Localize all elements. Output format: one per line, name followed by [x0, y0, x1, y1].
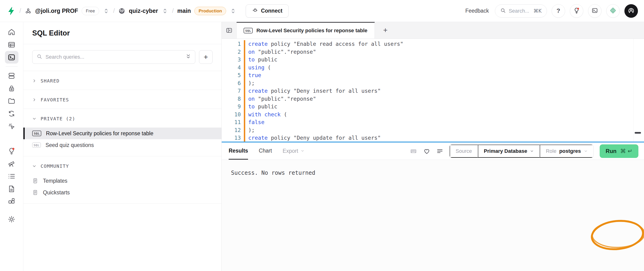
- section-label: COMMUNITY: [40, 163, 69, 169]
- project-name[interactable]: quiz-cyber: [129, 8, 158, 14]
- code-line-8[interactable]: 8on "public"."reponse": [222, 95, 644, 103]
- new-tab-button[interactable]: +: [375, 22, 396, 39]
- run-query-button[interactable]: Run ⌘ ↵: [600, 144, 638, 158]
- changed-line-indicator: [244, 126, 245, 134]
- cli-button[interactable]: [588, 4, 602, 18]
- database-dropdown[interactable]: Primary Database: [478, 145, 540, 158]
- run-label: Run: [606, 148, 617, 154]
- sql-badge-icon: SQL: [32, 143, 41, 148]
- favorite-heart-icon[interactable]: [423, 148, 430, 155]
- source-label: Source: [456, 148, 472, 154]
- main-area: SQL Editor Search queries... +: [0, 22, 644, 271]
- code-line-7[interactable]: 7create policy "Deny insert for all user…: [222, 87, 644, 95]
- editor-tab-title: Row-Level Security policies for reponse …: [256, 28, 368, 34]
- code-text: create policy "Deny update for all users…: [248, 134, 644, 142]
- line-number: 5: [222, 72, 242, 79]
- query-item-seed-quiz[interactable]: SQL Seed quiz questions: [23, 139, 222, 151]
- query-status-message: Success. No rows returned: [231, 170, 644, 176]
- rail-gear-icon[interactable]: [5, 213, 18, 225]
- export-label: Export: [282, 148, 298, 154]
- tab-chart[interactable]: Chart: [259, 143, 272, 160]
- rail-database-stack-icon[interactable]: [5, 69, 18, 82]
- rail-document-icon[interactable]: [5, 182, 18, 195]
- section-private-header[interactable]: PRIVATE (2): [23, 109, 222, 128]
- notifications-button[interactable]: [570, 4, 583, 18]
- rail-blocks-icon[interactable]: [5, 195, 18, 208]
- query-search-input[interactable]: Search queries...: [32, 50, 195, 64]
- changed-line-indicator: [244, 56, 245, 64]
- chevron-right-icon: [32, 79, 36, 83]
- org-switcher-button[interactable]: [103, 7, 110, 15]
- sql-code-editor[interactable]: 1create policy "Enable read access for a…: [222, 39, 644, 142]
- editor-tab-active[interactable]: SQL Row-Level Security policies for repo…: [236, 22, 375, 39]
- global-search-input[interactable]: Search... ⌘K: [495, 5, 547, 18]
- sql-badge-icon: SQL: [32, 131, 41, 136]
- connect-button[interactable]: Connect: [246, 5, 289, 18]
- rail-table-grid-icon[interactable]: [5, 38, 18, 51]
- community-item-templates[interactable]: Templates: [23, 175, 222, 187]
- rail-lock-icon[interactable]: [5, 82, 18, 95]
- rail-cursor-pointer-icon[interactable]: [5, 120, 18, 132]
- chevron-right-icon: [32, 98, 36, 102]
- branch-name[interactable]: main: [177, 8, 191, 14]
- community-item-quickstarts[interactable]: Quickstarts: [23, 187, 222, 198]
- org-name[interactable]: @joli.org PROF: [35, 8, 78, 14]
- help-button[interactable]: ?: [552, 4, 565, 18]
- role-value: postgres: [559, 148, 581, 154]
- section-community-header[interactable]: COMMUNITY: [23, 156, 222, 175]
- code-line-9[interactable]: 9to public: [222, 103, 644, 111]
- code-line-1[interactable]: 1create policy "Enable read access for a…: [222, 40, 644, 48]
- code-line-11[interactable]: 11false: [222, 118, 644, 126]
- tab-results[interactable]: Results: [229, 143, 248, 160]
- results-controls: Source Primary Database Role postgres: [410, 143, 638, 160]
- section-private: PRIVATE (2) SQL Row-Level Security polic…: [23, 109, 222, 156]
- rail-sync-arrows-icon[interactable]: [5, 107, 18, 120]
- user-avatar[interactable]: [624, 4, 638, 18]
- section-shared-header[interactable]: SHARED: [23, 71, 222, 90]
- code-line-12[interactable]: 12);: [222, 126, 644, 134]
- green-diamond-icon: [610, 7, 616, 15]
- document-icon: [32, 178, 38, 184]
- collapse-sidebar-icon[interactable]: [222, 22, 236, 39]
- neon-logo-icon[interactable]: [7, 7, 16, 16]
- rail-telescope-icon[interactable]: [5, 157, 18, 170]
- code-line-5[interactable]: 5true: [222, 72, 644, 79]
- rail-terminal-icon[interactable]: [5, 51, 18, 64]
- section-favorites-header[interactable]: FAVORITES: [23, 90, 222, 109]
- line-number: 9: [222, 103, 242, 111]
- code-line-2[interactable]: 2on "public"."reponse": [222, 48, 644, 56]
- code-line-10[interactable]: 10with check (: [222, 111, 644, 119]
- query-item-rls-policies[interactable]: SQL Row-Level Security policies for repo…: [23, 128, 222, 139]
- branch-switcher-button[interactable]: [230, 7, 236, 15]
- code-line-6[interactable]: 6);: [222, 79, 644, 87]
- project-switcher-button[interactable]: [162, 7, 168, 15]
- editor-tabbar: SQL Row-Level Security policies for repo…: [222, 22, 644, 39]
- new-query-button[interactable]: +: [199, 50, 212, 64]
- rail-list-icon[interactable]: [5, 170, 18, 182]
- code-line-13[interactable]: 13create policy "Deny update for all use…: [222, 134, 644, 142]
- changed-line-indicator: [244, 118, 245, 126]
- feedback-link[interactable]: Feedback: [465, 8, 489, 14]
- plug-icon: [252, 7, 258, 15]
- code-text: true: [248, 72, 644, 79]
- scrollbar-thumb[interactable]: [635, 132, 641, 134]
- rail-lightbulb-alert-icon[interactable]: [5, 145, 18, 157]
- collapse-all-icon[interactable]: [186, 54, 191, 60]
- rail-home-icon[interactable]: [5, 26, 18, 38]
- export-dropdown[interactable]: Export: [282, 143, 304, 160]
- results-panel: Success. No rows returned: [222, 160, 644, 271]
- code-line-3[interactable]: 3to public: [222, 56, 644, 64]
- role-dropdown[interactable]: Role postgres: [540, 145, 593, 158]
- upgrade-button[interactable]: [606, 4, 620, 18]
- rail-folder-icon[interactable]: [5, 95, 18, 107]
- code-line-4[interactable]: 4using (: [222, 64, 644, 72]
- connection-selector-group: Source Primary Database Role postgres: [450, 144, 594, 158]
- plan-badge: Free: [82, 7, 99, 15]
- line-number: 3: [222, 56, 242, 64]
- keyboard-shortcuts-icon[interactable]: [410, 147, 417, 155]
- document-icon: [32, 189, 38, 195]
- explain-plan-icon[interactable]: [436, 148, 443, 155]
- code-text: on "public"."reponse": [248, 95, 644, 103]
- changed-line-indicator: [244, 79, 245, 87]
- breadcrumb: / @joli.org PROF Free / quiz-cyber / mai…: [7, 5, 289, 18]
